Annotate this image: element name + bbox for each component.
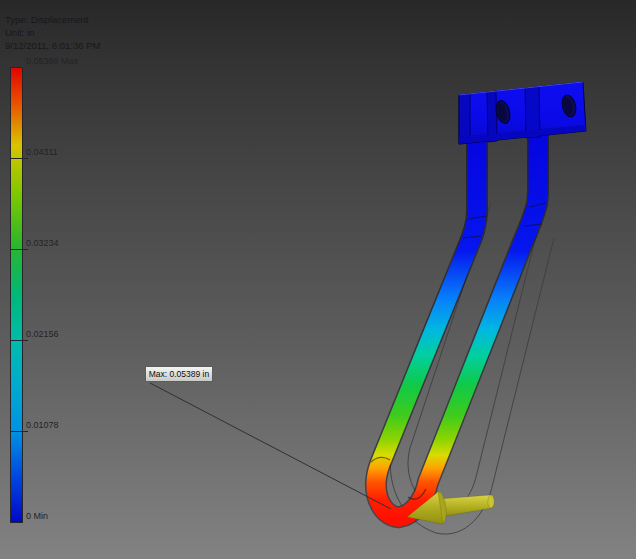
model-canvas — [0, 0, 636, 559]
max-probe-text: Max: 0.05389 in — [149, 369, 209, 379]
max-probe-leader-line — [150, 383, 391, 509]
max-probe-label[interactable]: Max: 0.05389 in — [145, 366, 213, 382]
model-bracket — [459, 82, 586, 144]
viewport-3d[interactable]: Type: Displacement Unit: in 9/12/2011, 6… — [0, 0, 636, 559]
displacement-tube — [371, 126, 546, 517]
